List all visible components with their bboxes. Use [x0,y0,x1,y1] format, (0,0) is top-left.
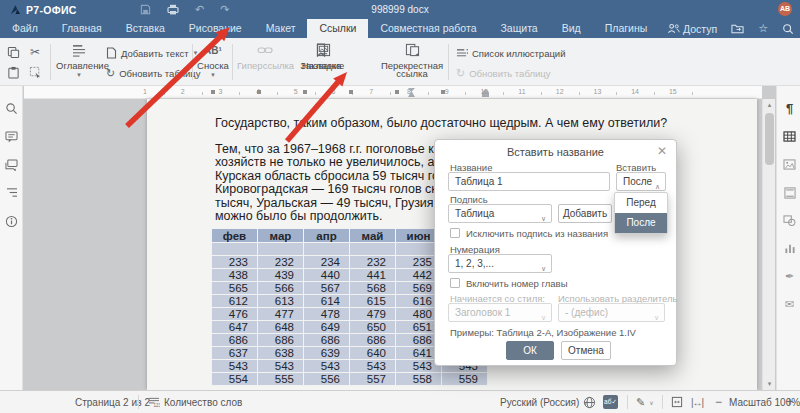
cut-icon[interactable]: ✂ [27,44,43,60]
table-cell[interactable] [304,243,350,256]
table-cell[interactable]: 639 [304,346,350,359]
open-file-location-icon[interactable] [731,23,744,34]
table-cell[interactable]: 476 [212,307,258,320]
table-cell[interactable]: 612 [212,294,258,307]
refresh-toc-button[interactable]: ↻ Обновить таблицу [106,65,200,81]
zoom-in-button[interactable]: + [786,391,793,413]
table-header-cell[interactable]: апр [304,229,350,243]
table-cell[interactable] [258,243,304,256]
access-button[interactable]: Доступ [667,23,717,35]
tab-Совместная работа[interactable]: Совместная работа [368,19,488,38]
comments-icon[interactable] [3,128,20,145]
table-header-cell[interactable]: май [350,229,396,243]
table-header-cell[interactable]: фев [212,229,258,243]
table-cell[interactable]: 686 [258,333,304,346]
search-icon[interactable] [3,100,20,117]
table-cell[interactable]: 615 [350,294,396,307]
tab-Файл[interactable]: Файл [0,19,50,38]
scroll-up-icon[interactable]: ▴ [763,99,776,111]
table-cell[interactable]: 232 [350,255,396,268]
table-cell[interactable]: 440 [304,268,350,281]
table-cell[interactable]: 439 [258,268,304,281]
table-cell[interactable]: 479 [350,307,396,320]
paragraph-1[interactable]: Государство, таким образом, было достато… [215,116,667,130]
caption-select[interactable]: Таблица∨ [448,204,552,223]
mail-merge-icon[interactable]: ✉ [781,296,798,313]
track-changes-icon[interactable]: ✎∨ [636,391,654,413]
ruler-column-marker[interactable] [395,90,399,94]
favorite-star-icon[interactable]: ☆ [758,22,768,35]
insert-select[interactable]: После∧ [616,172,666,191]
copy-icon[interactable] [5,44,21,60]
figures-list-button[interactable]: Список иллюстраций [456,45,566,61]
about-info-icon[interactable] [3,213,20,230]
chart-settings-icon[interactable] [781,240,798,257]
footnote-button[interactable]: AB¹ Сноска ▼ [196,41,230,78]
table-cell[interactable]: 565 [212,281,258,294]
table-cell[interactable]: 638 [258,346,304,359]
ruler-column-marker[interactable] [303,90,307,94]
vertical-scrollbar[interactable]: ▴ ▾ [762,99,775,390]
table-cell[interactable]: 543 [212,359,258,372]
exclude-label-checkbox[interactable] [450,228,460,238]
include-chapter-checkbox[interactable] [450,278,460,288]
tab-Вид[interactable]: Вид [550,19,593,38]
ok-button[interactable]: ОК [506,341,554,360]
add-label-button[interactable]: Добавить [558,204,612,223]
tab-Главная[interactable]: Главная [50,19,114,38]
table-cell[interactable]: 438 [212,268,258,281]
tab-Ссылки[interactable]: Ссылки [307,19,368,38]
caption-button[interactable]: Название [300,41,346,71]
table-cell[interactable]: 478 [304,307,350,320]
table-cell[interactable]: 648 [258,320,304,333]
table-cell[interactable]: 566 [258,281,304,294]
cross-reference-button[interactable]: Перекрестная ссылка [380,41,444,82]
table-cell[interactable]: 234 [304,255,350,268]
table-cell[interactable]: 613 [258,294,304,307]
numbering-select[interactable]: 1, 2, 3,...∨ [448,254,552,273]
table-cell[interactable]: 556 [304,372,350,385]
tab-Защита[interactable]: Защита [488,19,549,38]
ruler-column-marker[interactable] [211,90,215,94]
paragraph-settings-icon[interactable]: ¶ [781,100,798,117]
chat-icon[interactable] [3,156,20,173]
table-cell[interactable]: 568 [350,281,396,294]
table-cell[interactable] [350,243,396,256]
select-all-icon[interactable] [27,64,43,80]
insert-option-Перед[interactable]: Перед [615,193,667,213]
header-footer-settings-icon[interactable] [781,184,798,201]
table-settings-icon[interactable] [781,128,798,145]
ruler-column-marker[interactable] [349,90,353,94]
table-cell[interactable]: 650 [350,320,396,333]
ruler-column-marker[interactable] [441,90,445,94]
table-cell[interactable]: 477 [258,307,304,320]
table-cell[interactable]: 554 [212,372,258,385]
navigation-icon[interactable] [3,184,20,201]
scroll-down-icon[interactable]: ▾ [763,378,776,390]
avatar[interactable]: AB [778,2,792,16]
tab-Плагины[interactable]: Плагины [593,19,660,38]
table-cell[interactable]: 686 [350,333,396,346]
table-cell[interactable]: 441 [350,268,396,281]
tab-Рисование[interactable]: Рисование [177,19,254,38]
table-cell[interactable]: 567 [304,281,350,294]
table-cell[interactable]: 640 [350,346,396,359]
tab-Макет[interactable]: Макет [254,19,308,38]
insert-option-После[interactable]: После [615,213,667,233]
table-cell[interactable]: 232 [258,255,304,268]
table-cell[interactable]: 559 [442,372,488,385]
table-cell[interactable]: 649 [304,320,350,333]
exclude-label-checkbox-label[interactable]: Исключить подпись из названия [466,228,608,239]
image-settings-icon[interactable] [781,156,798,173]
tab-Вставка[interactable]: Вставка [114,19,177,38]
language-selector[interactable]: Русский (Россия)∨ [500,391,588,413]
table-cell[interactable] [212,243,258,256]
table-cell[interactable]: 543 [350,359,396,372]
table-cell[interactable]: 558 [396,372,442,385]
ruler-column-marker[interactable] [257,90,261,94]
table-cell[interactable]: 637 [212,346,258,359]
table-cell[interactable]: 647 [212,320,258,333]
add-text-button[interactable]: Добавить текст ▼ [106,45,198,61]
table-header-cell[interactable]: мар [258,229,304,243]
set-language-icon[interactable] [583,391,596,413]
